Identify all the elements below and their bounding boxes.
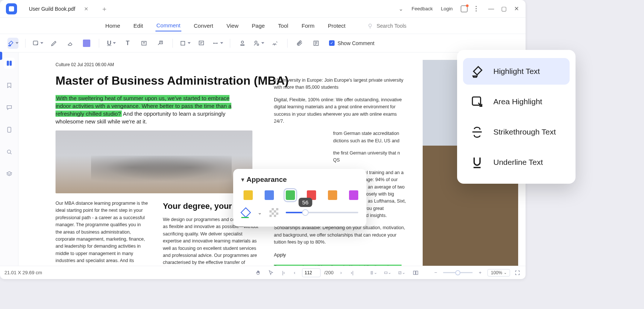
appearance-row2: ⌄ 56 xyxy=(241,208,358,217)
signature-tool[interactable] xyxy=(269,38,281,49)
login-link[interactable]: Login xyxy=(441,6,453,11)
slider-thumb[interactable] xyxy=(302,209,309,216)
measure-tool[interactable] xyxy=(212,38,223,49)
feedback-link[interactable]: Feedback xyxy=(412,6,433,11)
zoom-in-icon[interactable]: + xyxy=(476,269,484,276)
svg-rect-11 xyxy=(9,61,11,65)
bookmark-icon[interactable] xyxy=(4,80,15,91)
titlebar-right: ⌄ Feedback Login — ▢ ✕ xyxy=(399,5,523,13)
color-orange[interactable] xyxy=(328,190,337,200)
menu-highlight-text[interactable]: Highlight Text xyxy=(463,58,570,85)
note-tool[interactable] xyxy=(196,38,207,49)
pencil-tool[interactable] xyxy=(48,38,60,49)
highlight-text-icon xyxy=(470,64,484,79)
fit-percent-icon[interactable]: ⌄ xyxy=(398,269,405,276)
color-picker-tool[interactable] xyxy=(81,38,92,49)
appearance-popover: Appearance ⌄ 56 xyxy=(233,169,366,227)
highlighted-text-2[interactable]: Secure your place at IU easily and witho… xyxy=(274,265,405,266)
menu-view[interactable]: View xyxy=(226,20,239,31)
sticky-note-tool[interactable] xyxy=(32,38,43,49)
show-comment-toggle[interactable]: Show Comment xyxy=(329,40,375,46)
bulb-icon xyxy=(367,23,373,29)
color-purple[interactable] xyxy=(349,190,358,200)
color-green[interactable] xyxy=(286,190,295,200)
tab-title: User Guild Book.pdf xyxy=(29,6,75,12)
maximize-button[interactable]: ▢ xyxy=(500,5,508,13)
menu-tool[interactable]: Tool xyxy=(277,20,289,31)
document-stage[interactable]: Culture 02 Jul 2021 06:00 AM Master of B… xyxy=(19,52,526,266)
attachments-icon[interactable] xyxy=(4,124,15,135)
two-page-icon[interactable] xyxy=(412,269,419,276)
article-image xyxy=(56,130,252,193)
checkbox-icon xyxy=(329,40,335,46)
menu-comment[interactable]: Comment xyxy=(155,20,181,31)
comment-panel-tool[interactable] xyxy=(311,38,322,49)
page-input[interactable] xyxy=(302,268,321,277)
next-page-icon[interactable]: › xyxy=(337,269,345,276)
menu-form[interactable]: Form xyxy=(301,20,315,31)
menu-home[interactable]: Home xyxy=(105,20,121,31)
layers-icon[interactable] xyxy=(4,169,15,180)
sidebar xyxy=(0,52,19,266)
callout-tool[interactable] xyxy=(155,38,166,49)
text-tool[interactable]: T xyxy=(122,38,133,49)
color-yellow[interactable] xyxy=(244,190,253,200)
last-page-icon[interactable]: ›| xyxy=(348,269,356,276)
select-tool-icon[interactable] xyxy=(267,269,275,276)
menu-page[interactable]: Page xyxy=(251,20,265,31)
chevron-down-icon[interactable]: ⌄ xyxy=(399,6,403,12)
color-blue[interactable] xyxy=(265,190,274,200)
shape-tool[interactable] xyxy=(180,38,191,49)
menubar: Home Edit Comment Convert View Page Tool… xyxy=(0,18,526,34)
opacity-value: 56 xyxy=(299,198,312,207)
transparency-icon[interactable] xyxy=(269,208,278,217)
menu-underline-text[interactable]: Underline Text xyxy=(463,149,570,176)
zoom-value[interactable]: 100% ⌄ xyxy=(487,269,510,276)
add-tab-button[interactable]: ＋ xyxy=(101,4,108,13)
close-tab-icon[interactable]: ✕ xyxy=(84,6,88,12)
underline-tool[interactable]: U xyxy=(106,38,117,49)
fill-color-icon[interactable] xyxy=(241,208,250,217)
menu-strikethrough[interactable]: Strikethrough Text xyxy=(463,119,570,145)
zoom-out-icon[interactable]: − xyxy=(432,269,439,276)
menu-protect[interactable]: Protect xyxy=(327,20,346,31)
share-icon[interactable] xyxy=(461,6,467,12)
window-buttons: — ▢ ✕ xyxy=(487,5,520,13)
stamp-tool[interactable] xyxy=(237,38,248,49)
fit-height-icon[interactable]: ⌄ xyxy=(370,269,377,276)
opacity-slider[interactable]: 56 xyxy=(286,212,358,213)
thumbnails-icon[interactable] xyxy=(4,58,15,69)
menu-convert[interactable]: Convert xyxy=(193,20,214,31)
menu-area-highlight[interactable]: Area Highlight xyxy=(463,88,570,115)
highlight-tool[interactable] xyxy=(7,38,19,49)
statusbar: 21.01 X 29.69 cm |‹ ‹ /200 › ›| ⌄ ⌄ ⌄ − … xyxy=(0,266,526,279)
more-icon[interactable] xyxy=(476,6,477,11)
eraser-tool[interactable] xyxy=(65,38,76,49)
page-content: Culture 02 Jul 2021 06:00 AM Master of B… xyxy=(37,56,518,266)
svg-point-8 xyxy=(257,44,259,45)
page-dimensions: 21.01 X 29.69 cm xyxy=(4,270,42,275)
menu-edit[interactable]: Edit xyxy=(133,20,144,31)
prev-page-icon[interactable]: ‹ xyxy=(291,269,298,276)
svg-point-0 xyxy=(369,24,372,27)
hand-tool-icon[interactable] xyxy=(255,269,262,276)
titlebar: User Guild Book.pdf ✕ ＋ ⌄ Feedback Login… xyxy=(0,0,526,18)
search-icon[interactable] xyxy=(4,146,15,157)
textbox-tool[interactable] xyxy=(138,38,150,49)
zoom-slider[interactable] xyxy=(443,272,473,273)
stamp-user-tool[interactable] xyxy=(253,38,264,49)
fit-width-icon[interactable]: ⌄ xyxy=(384,269,391,276)
chevron-down-icon[interactable]: ⌄ xyxy=(258,210,262,215)
minimize-button[interactable]: — xyxy=(487,5,495,13)
comment-toolbar: U T xyxy=(0,34,526,52)
appearance-title[interactable]: Appearance xyxy=(241,176,358,184)
comments-icon[interactable] xyxy=(4,102,15,113)
close-window-button[interactable]: ✕ xyxy=(512,5,520,13)
side-tab-indicator[interactable] xyxy=(0,52,2,60)
document-tab[interactable]: User Guild Book.pdf ✕ xyxy=(24,3,94,15)
attachment-tool[interactable] xyxy=(294,38,305,49)
search-input[interactable] xyxy=(376,23,421,29)
first-page-icon[interactable]: |‹ xyxy=(280,269,287,276)
fullscreen-icon[interactable] xyxy=(514,269,521,276)
zoom-group: − + 100% ⌄ xyxy=(432,269,521,276)
